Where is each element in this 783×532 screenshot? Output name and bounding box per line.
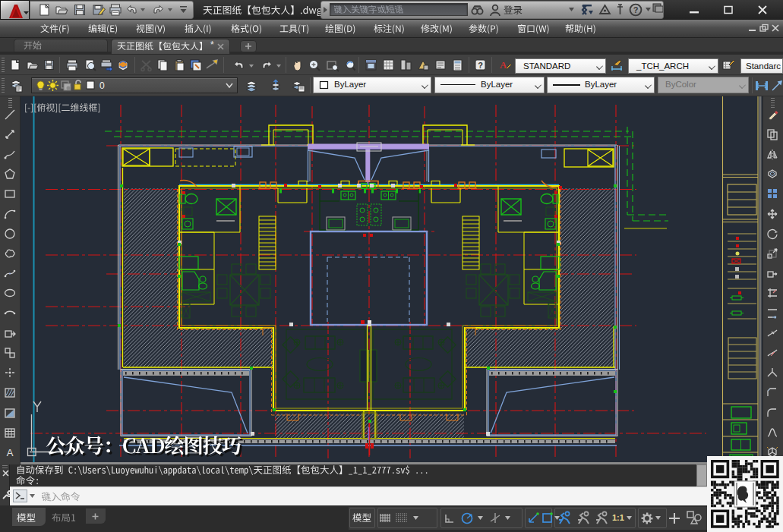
svg-text:A: A — [7, 447, 14, 458]
svg-text:?: ? — [633, 5, 639, 14]
svg-text:?: ? — [478, 61, 483, 70]
